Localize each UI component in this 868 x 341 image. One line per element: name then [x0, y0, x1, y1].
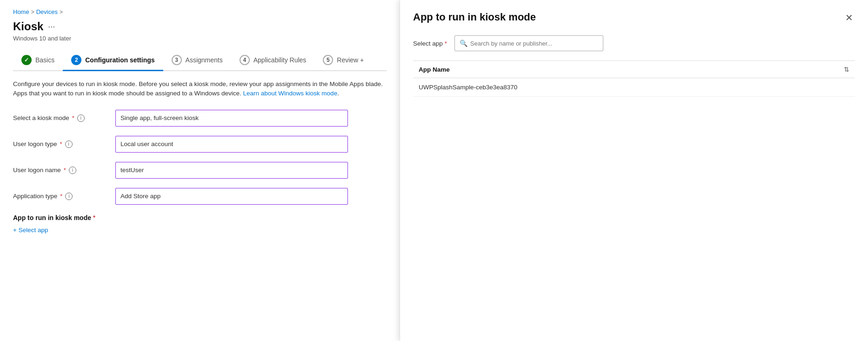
right-panel: App to run in kiosk mode ✕ Select app * … — [400, 0, 868, 341]
kiosk-mode-row: Select a kiosk mode * i — [13, 110, 387, 127]
kiosk-mode-info-icon[interactable]: i — [77, 114, 85, 122]
page-title: Kiosk — [13, 20, 43, 33]
tab-applicability-label: Applicability Rules — [254, 56, 307, 64]
application-type-row: Application type * i — [13, 188, 387, 205]
tab-config-label: Configuration settings — [85, 56, 154, 64]
application-type-required: * — [60, 193, 62, 200]
user-logon-name-info-icon[interactable]: i — [69, 167, 76, 174]
left-panel: Home > Devices > Kiosk ··· Windows 10 an… — [0, 0, 400, 341]
user-logon-type-row: User logon type * i — [13, 136, 387, 153]
kiosk-mode-required: * — [72, 114, 74, 121]
tab-review-label: Review + — [337, 56, 364, 64]
user-logon-type-label: User logon type * i — [13, 140, 106, 148]
kiosk-mode-label: Select a kiosk mode * i — [13, 114, 106, 122]
panel-select-label: Select app * — [413, 40, 447, 47]
app-section: App to run in kiosk mode * + Select app — [13, 214, 387, 234]
panel-select-required: * — [445, 40, 447, 47]
panel-header: App to run in kiosk mode ✕ — [413, 11, 855, 24]
panel-select-row: Select app * 🔍 — [413, 35, 855, 51]
search-box[interactable]: 🔍 — [454, 35, 603, 51]
breadcrumb-sep2: > — [60, 9, 63, 15]
breadcrumb-devices[interactable]: Devices — [36, 8, 58, 15]
user-logon-type-required: * — [60, 140, 62, 147]
close-panel-button[interactable]: ✕ — [843, 11, 855, 24]
user-logon-type-info-icon[interactable]: i — [65, 140, 73, 148]
app-section-header: App to run in kiosk mode * — [13, 214, 387, 221]
tab-review[interactable]: 5 Review + — [314, 50, 372, 71]
tab-basics-circle: ✓ — [21, 55, 32, 65]
page-header: Kiosk ··· — [13, 20, 387, 33]
user-logon-name-input[interactable] — [115, 162, 348, 179]
sort-icon[interactable]: ⇅ — [844, 66, 849, 73]
tab-basics-label: Basics — [35, 56, 54, 64]
cell-app-name: UWPSplashSample-ceb3e3ea8370 — [419, 84, 849, 91]
user-logon-name-row: User logon name * i — [13, 162, 387, 179]
tab-assignments[interactable]: 3 Assignments — [163, 50, 231, 71]
tab-config[interactable]: 2 Configuration settings — [63, 50, 163, 71]
panel-title: App to run in kiosk mode — [413, 11, 536, 23]
breadcrumb-home[interactable]: Home — [13, 8, 29, 15]
select-app-link[interactable]: + Select app — [13, 227, 48, 234]
learn-more-link[interactable]: Learn about Windows kiosk mode — [243, 90, 338, 97]
tab-config-circle: 2 — [71, 55, 81, 65]
tab-applicability[interactable]: 4 Applicability Rules — [231, 50, 315, 71]
table-header-row: App Name ⇅ — [413, 61, 855, 78]
description-text: Configure your devices to run in kiosk m… — [13, 80, 387, 99]
tab-assignments-label: Assignments — [186, 56, 223, 64]
page-subtitle: Windows 10 and later — [13, 35, 387, 42]
app-table: App Name ⇅ UWPSplashSample-ceb3e3ea8370 — [413, 60, 855, 330]
application-type-info-icon[interactable]: i — [65, 193, 73, 200]
page-options-button[interactable]: ··· — [48, 22, 55, 32]
col-app-name-header: App Name — [419, 66, 841, 73]
user-logon-name-required: * — [64, 167, 66, 174]
user-logon-name-label: User logon name * i — [13, 167, 106, 174]
tab-assignments-circle: 3 — [172, 55, 182, 65]
wizard-tabs: ✓ Basics 2 Configuration settings 3 Assi… — [13, 50, 387, 71]
application-type-label: Application type * i — [13, 193, 106, 200]
search-icon: 🔍 — [460, 40, 467, 47]
search-input[interactable] — [470, 40, 598, 47]
breadcrumb: Home > Devices > — [13, 8, 387, 15]
tab-review-circle: 5 — [323, 55, 333, 65]
tab-applicability-circle: 4 — [240, 55, 250, 65]
tab-basics[interactable]: ✓ Basics — [13, 50, 63, 71]
app-section-required: * — [93, 214, 95, 221]
user-logon-type-input[interactable] — [115, 136, 348, 153]
application-type-input[interactable] — [115, 188, 348, 205]
breadcrumb-sep1: > — [31, 9, 34, 15]
kiosk-mode-input[interactable] — [115, 110, 348, 127]
table-row[interactable]: UWPSplashSample-ceb3e3ea8370 — [413, 78, 855, 97]
